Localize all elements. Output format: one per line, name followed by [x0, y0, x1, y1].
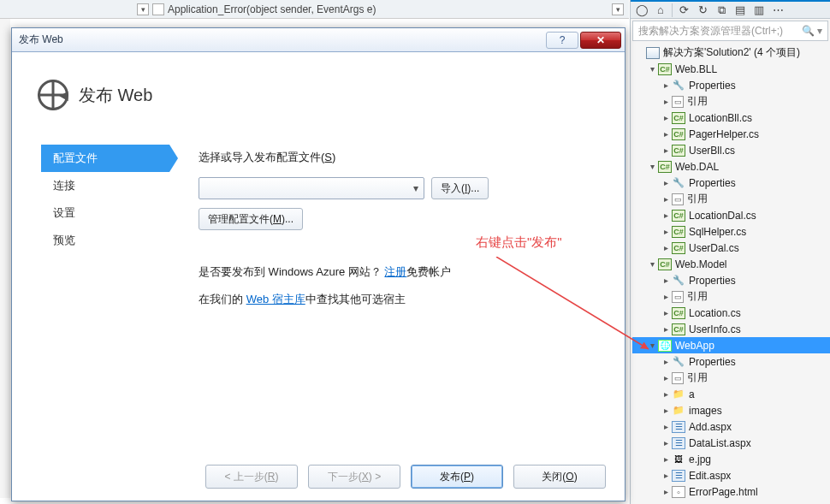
- show-all-icon[interactable]: ▤: [732, 3, 748, 18]
- tree-item[interactable]: 引用: [632, 370, 830, 386]
- project-label: Web.BLL: [675, 63, 717, 75]
- item-label: 引用: [687, 94, 708, 109]
- item-label: 引用: [687, 371, 708, 385]
- tree-item[interactable]: 引用: [632, 191, 830, 207]
- expand-icon[interactable]: [661, 439, 670, 448]
- solution-node[interactable]: 解决方案'Solution2' (4 个项目): [632, 44, 830, 61]
- tree-item[interactable]: UserInfo.cs: [632, 321, 830, 337]
- expand-icon[interactable]: [661, 406, 670, 415]
- tree-item[interactable]: a: [632, 386, 830, 402]
- tree-item[interactable]: 引用: [632, 93, 830, 110]
- expand-icon[interactable]: [661, 276, 670, 285]
- close-dialog-button[interactable]: 关闭(O): [513, 465, 606, 489]
- expand-icon[interactable]: [661, 211, 670, 220]
- folder-icon: [672, 405, 685, 417]
- tree-item[interactable]: UserDal.cs: [632, 240, 830, 256]
- chevron-down-icon: ▾: [413, 182, 418, 194]
- collapse-icon[interactable]: ⧉: [714, 3, 729, 18]
- tree-item[interactable]: Properties: [632, 272, 830, 288]
- nav-connection[interactable]: 连接: [41, 172, 169, 199]
- prev-button[interactable]: < 上一步(R): [205, 465, 298, 489]
- web-host-gallery-link[interactable]: Web 宿主库: [246, 293, 305, 305]
- tree-item[interactable]: 引用: [632, 288, 830, 305]
- dialog-titlebar[interactable]: 发布 Web ? ✕: [12, 28, 625, 52]
- dropdown-icon[interactable]: ▾: [137, 3, 149, 15]
- next-button[interactable]: 下一步(X) >: [308, 465, 400, 489]
- sync-icon[interactable]: ⟳: [676, 3, 691, 18]
- cs-icon: [672, 307, 685, 319]
- nav-preview[interactable]: 预览: [41, 227, 169, 254]
- tree-item[interactable]: Properties: [632, 77, 830, 93]
- ref-icon: [672, 96, 684, 108]
- expand-icon[interactable]: [661, 488, 670, 496]
- project-node[interactable]: Web.Model: [632, 256, 830, 272]
- help-button[interactable]: ?: [546, 32, 578, 49]
- item-label: 引用: [687, 289, 708, 304]
- expand-icon[interactable]: [648, 260, 656, 269]
- tree-item[interactable]: Add.aspx: [632, 418, 830, 435]
- project-node[interactable]: Web.DAL: [632, 158, 830, 175]
- properties-icon[interactable]: ▥: [751, 3, 767, 18]
- expand-icon[interactable]: [661, 195, 670, 204]
- nav-settings[interactable]: 设置: [41, 199, 169, 227]
- separator: [672, 3, 673, 17]
- tree-item[interactable]: SqlHelper.cs: [632, 223, 830, 240]
- more-icon[interactable]: ⋯: [770, 3, 786, 18]
- tree-item[interactable]: UserBll.cs: [632, 142, 830, 158]
- expand-icon[interactable]: [661, 358, 670, 366]
- tree-item[interactable]: Properties: [632, 175, 830, 191]
- expand-icon[interactable]: [661, 455, 670, 464]
- expand-icon[interactable]: [661, 146, 670, 155]
- tree-item[interactable]: images: [632, 402, 830, 418]
- close-button[interactable]: ✕: [580, 32, 621, 49]
- expand-icon[interactable]: [661, 293, 670, 301]
- import-button[interactable]: 导入(I)...: [431, 177, 489, 199]
- expand-icon[interactable]: [661, 228, 670, 236]
- expand-icon[interactable]: [661, 98, 670, 106]
- tree-item[interactable]: ErrorPage.html: [632, 483, 830, 500]
- back-icon[interactable]: ◯: [634, 3, 649, 18]
- nav-profile[interactable]: 配置文件: [41, 145, 169, 172]
- expand-icon[interactable]: [661, 325, 670, 334]
- search-icon: 🔍 ▾: [802, 25, 822, 37]
- dropdown-icon[interactable]: ▾: [612, 3, 624, 15]
- azure-register-link[interactable]: 注册: [384, 265, 406, 278]
- profile-select-dropdown[interactable]: ▾: [199, 177, 424, 199]
- project-node[interactable]: Web.BLL: [632, 61, 830, 77]
- expand-icon[interactable]: [661, 114, 670, 122]
- tree-item[interactable]: Location.cs: [632, 305, 830, 321]
- expand-icon[interactable]: [661, 390, 670, 399]
- solution-toolbar: ◯ ⌂ ⟳ ↻ ⧉ ▤ ▥ ⋯: [631, 0, 830, 19]
- tree-item[interactable]: DataList.aspx: [632, 435, 830, 451]
- tree-item[interactable]: LocationBll.cs: [632, 110, 830, 126]
- solution-search-input[interactable]: 搜索解决方案资源管理器(Ctrl+;) 🔍 ▾: [632, 21, 828, 41]
- expand-icon[interactable]: [661, 423, 670, 431]
- expand-icon[interactable]: [648, 341, 656, 350]
- home-icon[interactable]: ⌂: [653, 3, 668, 18]
- cs-icon: [672, 323, 685, 335]
- tree-item[interactable]: Properties: [632, 353, 830, 370]
- project-label: Web.DAL: [675, 161, 719, 173]
- expand-icon[interactable]: [661, 374, 670, 382]
- tree-item[interactable]: e.jpg: [632, 451, 830, 467]
- tree-item[interactable]: LocationDal.cs: [632, 207, 830, 223]
- item-label: Edit.aspx: [689, 470, 731, 482]
- host-info-text: 在我们的 Web 宿主库中查找其他可选宿主: [199, 292, 592, 307]
- expand-icon[interactable]: [661, 244, 670, 252]
- solution-tree: 解决方案'Solution2' (4 个项目) Web.BLLPropertie…: [631, 41, 830, 500]
- wrench-icon: [672, 80, 685, 92]
- expand-icon[interactable]: [661, 471, 670, 480]
- expand-icon[interactable]: [648, 65, 656, 74]
- expand-icon[interactable]: [648, 163, 656, 171]
- refresh-icon[interactable]: ↻: [695, 3, 710, 18]
- expand-icon[interactable]: [661, 309, 670, 317]
- tree-item[interactable]: Edit.aspx: [632, 467, 830, 483]
- manage-profiles-button[interactable]: 管理配置文件(M)...: [199, 208, 303, 230]
- project-label: WebApp: [675, 340, 714, 352]
- tree-item[interactable]: PagerHelper.cs: [632, 126, 830, 142]
- project-node[interactable]: WebApp: [632, 337, 830, 353]
- expand-icon[interactable]: [661, 130, 670, 139]
- expand-icon[interactable]: [661, 179, 670, 187]
- publish-button[interactable]: 发布(P): [411, 465, 503, 489]
- expand-icon[interactable]: [661, 81, 670, 90]
